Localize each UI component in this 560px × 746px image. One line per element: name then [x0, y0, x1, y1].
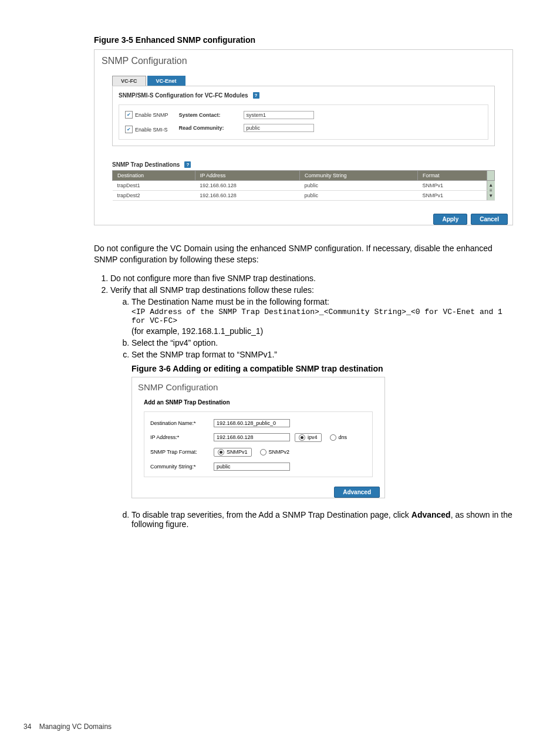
figure-3-6-caption: Figure 3-6 Adding or editing a compatibl…	[131, 364, 513, 373]
community-string-input[interactable]: public	[214, 463, 290, 471]
radio-ipv4[interactable]	[299, 434, 305, 441]
help-icon[interactable]: ?	[184, 161, 191, 168]
trap-destinations-heading: SNMP Trap Destinations	[112, 161, 180, 168]
step-2d-pre: To disable trap severities, from the Add…	[131, 510, 411, 519]
radio-dns[interactable]	[330, 434, 336, 441]
read-community-label: Read Community:	[179, 125, 238, 131]
row-controls[interactable]: ▲≡▼	[487, 181, 495, 201]
enable-snmp-label: Enable SNMP	[135, 112, 168, 118]
trap-destinations-table: Destination IP Address Community String …	[112, 170, 495, 201]
step-2a-text: The Destination Name must be in the foll…	[131, 297, 329, 306]
figure-3-6-screenshot: SNMP Configuration Add an SNMP Trap Dest…	[131, 377, 385, 498]
checkbox-enable-smis[interactable]: ✔	[125, 126, 133, 133]
steps-list: Do not configure more than five SNMP tra…	[94, 274, 513, 529]
th-controls	[487, 171, 495, 181]
dest-name-label: Destination Name:*	[150, 420, 209, 426]
step-1: Do not configure more than five SNMP tra…	[110, 274, 513, 283]
radio-snmpv1-label: SNMPv1	[227, 449, 248, 455]
system-contact-input[interactable]: system1	[244, 111, 314, 119]
tab-vc-fc[interactable]: VC-FC	[112, 76, 146, 86]
th-community: Community String	[300, 171, 418, 181]
section-name: Managing VC Domains	[39, 723, 112, 731]
th-format: Format	[417, 171, 487, 181]
tab-vc-enet[interactable]: VC-Enet	[147, 76, 185, 86]
step-2d-bold: Advanced	[411, 510, 451, 519]
snmp-config-title: SNMP Configuration	[95, 50, 512, 71]
example-text: (for example, 192.168.1.1_public_1)	[131, 326, 263, 336]
step-2c-text: Set the SNMP trap format to “SNMPv1.”	[131, 350, 277, 359]
step-2b: Select the “ipv4” option.	[131, 338, 513, 347]
trap-format-label: SNMP Trap Format:	[150, 449, 209, 455]
intro-paragraph: Do not configure the VC Domain using the…	[94, 243, 513, 265]
community-string-label: Community String:*	[150, 464, 209, 470]
cell-ip: 192.168.60.128	[195, 191, 299, 201]
figure-3-5-screenshot: SNMP Configuration VC-FC VC-Enet SNMP/SM…	[94, 49, 513, 225]
code-format: <IP Address of the SNMP Trap Destination…	[131, 308, 513, 325]
radio-snmpv2-label: SNMPv2	[269, 449, 290, 455]
step-2d: To disable trap severities, from the Add…	[131, 510, 513, 529]
cell-dest: trapDest1	[113, 181, 195, 191]
cancel-button[interactable]: Cancel	[471, 214, 508, 225]
cell-comm: public	[300, 181, 418, 191]
step-2c: Set the SNMP trap format to “SNMPv1.” Fi…	[131, 350, 513, 498]
add-trap-heading: Add an SNMP Trap Destination	[144, 399, 373, 406]
apply-button[interactable]: Apply	[433, 214, 467, 225]
cell-ip: 192.168.60.128	[195, 181, 299, 191]
figure-3-5-caption: Figure 3-5 Enhanced SNMP configuration	[94, 35, 513, 45]
radio-snmpv2[interactable]	[260, 449, 266, 455]
snmp-config-title-2: SNMP Configuration	[132, 377, 384, 397]
radio-ipv4-label: ipv4	[308, 434, 318, 440]
step-2a: The Destination Name must be in the foll…	[131, 297, 513, 336]
cell-dest: trapDest2	[113, 191, 195, 201]
th-destination: Destination	[113, 171, 195, 181]
radio-snmpv1[interactable]	[218, 449, 224, 455]
step-2: Verify that all SNMP trap destinations f…	[110, 285, 513, 529]
ip-address-input[interactable]: 192.168.60.128	[214, 433, 290, 441]
cell-comm: public	[300, 191, 418, 201]
ip-address-label: IP Address:*	[150, 434, 209, 440]
help-icon[interactable]: ?	[253, 92, 259, 99]
page-number: 34	[23, 723, 31, 731]
cell-fmt: SNMPv1	[417, 181, 487, 191]
table-row[interactable]: trapDest2 192.168.60.128 public SNMPv1	[113, 191, 495, 201]
step-2-text: Verify that all SNMP trap destinations f…	[110, 285, 314, 295]
page-footer: 34 Managing VC Domains	[23, 723, 112, 731]
cell-fmt: SNMPv1	[417, 191, 487, 201]
dest-name-input[interactable]: 192.168.60.128_public_0	[214, 419, 290, 427]
table-row[interactable]: trapDest1 192.168.60.128 public SNMPv1 ▲…	[113, 181, 495, 191]
system-contact-label: System Contact:	[179, 112, 238, 118]
advanced-button[interactable]: Advanced	[334, 487, 380, 498]
enable-smis-label: Enable SMI-S	[135, 127, 168, 133]
checkbox-enable-snmp[interactable]: ✔	[125, 111, 133, 119]
read-community-input[interactable]: public	[244, 124, 314, 132]
panel-heading-text: SNMP/SMI-S Configuration for VC-FC Modul…	[119, 92, 248, 99]
radio-dns-label: dns	[339, 434, 348, 440]
th-ip: IP Address	[195, 171, 299, 181]
